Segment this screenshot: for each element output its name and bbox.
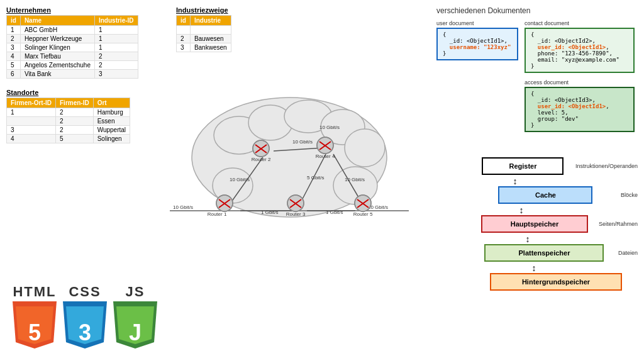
svg-point-6 xyxy=(333,167,377,204)
table-row: 2Heppner Werkzeuge1 xyxy=(7,35,138,43)
router3-icon: Router 3 xyxy=(286,195,306,217)
memory-hierarchy-section: Register Instruktionen/Operanden ↕ Cache… xyxy=(474,157,638,292)
register-annotation: Instruktionen/Operanden xyxy=(575,163,638,169)
standorte-section: Standorte Firmen-Ort-ID Firmen-ID Ort 12… xyxy=(6,89,151,143)
unternehmen-table-container: Unternehmen id Name Industrie-ID 1ABC Gm… xyxy=(6,6,138,81)
js-label: JS xyxy=(126,284,145,300)
router3-label: Router 3 xyxy=(286,211,306,217)
user-doc-box: { _id: <ObjectId1>, username: "123xyz"} xyxy=(436,28,518,60)
router1-icon: Router 1 xyxy=(208,195,233,217)
table-row: 45Solingen xyxy=(7,135,130,143)
documents-section: verschiedenen Dokumenten user document {… xyxy=(436,6,638,136)
memory-hintergrundspeicher: Hintergrundspeicher xyxy=(490,273,622,291)
svg-text:J: J xyxy=(129,320,142,345)
memory-cache: Cache xyxy=(498,186,592,204)
memory-hauptspeicher: Hauptspeicher xyxy=(481,215,588,233)
table-row: 2Bauwesen xyxy=(177,35,231,43)
js-shield: J xyxy=(113,301,157,350)
table-row: 1ABC GmbH1 xyxy=(7,26,138,35)
speed-r2r4: 10 Gbit/s xyxy=(292,139,313,145)
html-logo-group: HTML 5 xyxy=(13,284,57,350)
router2-icon: Router 2 xyxy=(252,140,271,162)
js-logo-group: JS J xyxy=(113,284,157,350)
haupt-annotation: Seiten/Rahmen xyxy=(599,221,638,227)
industriezweige-table: id Industrie 1Werkzeug2Bauwesen3Bankwese… xyxy=(176,15,231,52)
table-row: 6Vita Bank3 xyxy=(7,70,138,79)
industrie-col-id: id xyxy=(177,16,191,26)
router1-label: Router 1 xyxy=(208,211,227,217)
industriezweige-section: Industriezweige id Industrie 1Werkzeug2B… xyxy=(176,6,252,55)
standorte-col-firmen-id: Firmen-ID xyxy=(56,98,94,108)
speed-r1r3: 1 Gbit/s xyxy=(261,209,279,215)
contact-doc-label: contact document xyxy=(525,20,635,26)
speed-r1r2: 10 Gbit/s xyxy=(230,177,250,182)
platten-annotation: Dateien xyxy=(618,250,638,256)
cache-annotation: Blöcke xyxy=(621,192,638,198)
svg-point-5 xyxy=(345,129,385,167)
router2-label: Router 2 xyxy=(252,157,271,162)
speed-bottom-left: 10 Gbit/s xyxy=(173,204,193,210)
right-docs-container: contact document { _id: <ObjectId2>, use… xyxy=(525,20,635,136)
standorte-col-ort: Ort xyxy=(93,98,130,108)
contact-doc-box: { _id: <ObjectId2>, user_id: <ObjectId1>… xyxy=(525,28,635,73)
standorte-table: Firmen-Ort-ID Firmen-ID Ort 12Hamburg2Es… xyxy=(6,98,130,143)
table-row: 3Solinger Klingen1 xyxy=(7,43,138,52)
logos-section: HTML 5 CSS 3 JS J xyxy=(13,284,157,350)
access-doc-label: access document xyxy=(525,79,635,86)
table-row: 5Angelos Zementschuhe2 xyxy=(7,61,138,70)
router4-label: Router 4 xyxy=(316,154,335,159)
user-doc-content: { _id: <ObjectId1>, username: "123xyz"} xyxy=(443,31,512,57)
arrow-r-c: ↕ xyxy=(474,176,556,186)
memory-plattenspeicher: Plattenspeicher xyxy=(484,244,604,262)
industriezweige-title: Industriezweige xyxy=(176,6,252,14)
unternehmen-col-id: id xyxy=(7,16,21,26)
user-doc-label: user document xyxy=(436,20,518,26)
arrow-c-h: ↕ xyxy=(474,205,569,215)
router4-icon: Router 4 xyxy=(316,137,335,159)
table-row: 32Wuppertal xyxy=(7,126,130,135)
unternehmen-title: Unternehmen xyxy=(6,6,138,14)
network-section: 10 Gbit/s 1 Gbit/s 10 Gbit/s 5 Gbit/s 1 … xyxy=(170,88,409,239)
table-row: 1Werkzeug xyxy=(177,26,231,35)
html-shield: 5 xyxy=(13,301,57,350)
speed-r3r4: 5 Gbit/s xyxy=(307,175,325,181)
unternehmen-section: Unternehmen id Name Industrie-ID 1ABC Gm… xyxy=(6,6,151,146)
svg-text:3: 3 xyxy=(79,320,91,345)
arrow-h-p: ↕ xyxy=(474,234,581,244)
standorte-col-ort-id: Firmen-Ort-ID xyxy=(7,98,56,108)
css-logo-group: CSS 3 xyxy=(63,284,107,350)
access-doc-box: { _id: <ObjectId3>, user_id: <ObjectId1>… xyxy=(525,87,635,132)
router5-icon: Router 5 xyxy=(353,195,373,217)
user-doc-container: user document { _id: <ObjectId1>, userna… xyxy=(436,20,518,136)
contact-doc-content: { _id: <ObjectId2>, user_id: <ObjectId1>… xyxy=(531,31,628,69)
speed-r4r5: 10 Gbit/s xyxy=(345,177,365,182)
industrie-col-name: Industrie xyxy=(190,16,231,26)
speed-top: 10 Gbit/s xyxy=(319,125,340,130)
css-shield: 3 xyxy=(63,301,107,350)
table-row: 12Hamburg xyxy=(7,108,130,117)
network-diagram: 10 Gbit/s 1 Gbit/s 10 Gbit/s 5 Gbit/s 1 … xyxy=(170,88,409,239)
access-doc-content: { _id: <ObjectId3>, user_id: <ObjectId1>… xyxy=(531,91,628,128)
table-row: 3Bankwesen xyxy=(177,43,231,52)
unternehmen-table: id Name Industrie-ID 1ABC GmbH12Heppner … xyxy=(6,15,138,79)
arrow-p-hg: ↕ xyxy=(474,263,594,273)
table-row: 4Marx Tiefbau2 xyxy=(7,52,138,61)
unternehmen-col-name: Name xyxy=(20,16,94,26)
table-row: 2Essen xyxy=(7,117,130,126)
svg-text:5: 5 xyxy=(28,320,41,345)
speed-r3r5: 1 Gbit/s xyxy=(326,209,343,215)
memory-register: Register xyxy=(482,157,564,175)
unternehmen-col-industrie: Industrie-ID xyxy=(94,16,138,26)
standorte-title: Standorte xyxy=(6,89,151,96)
router5-label: Router 5 xyxy=(353,211,373,217)
css-label: CSS xyxy=(69,284,101,300)
documents-title: verschiedenen Dokumenten xyxy=(436,6,638,15)
html-label: HTML xyxy=(13,284,56,300)
